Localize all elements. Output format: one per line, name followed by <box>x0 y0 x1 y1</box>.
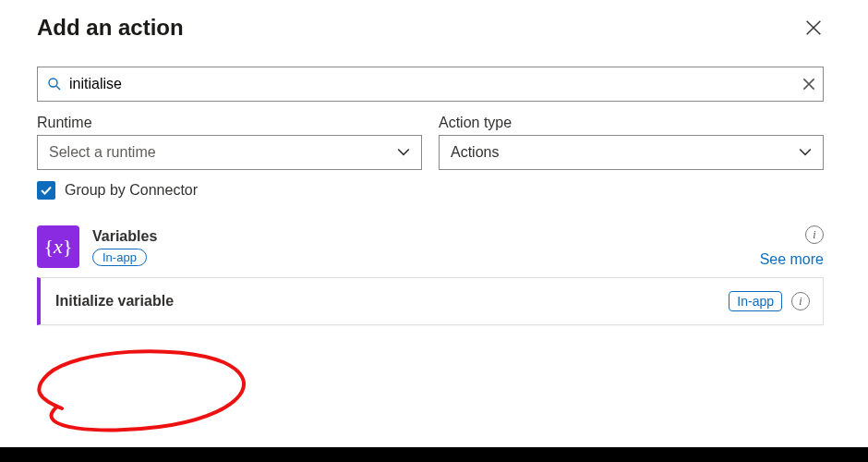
chevron-down-icon <box>397 146 410 159</box>
group-by-connector-checkbox[interactable] <box>37 181 55 200</box>
search-field[interactable] <box>37 67 824 102</box>
runtime-value: Select a runtime <box>49 144 156 161</box>
svg-point-0 <box>49 79 57 87</box>
actiontype-dropdown[interactable]: Actions <box>439 135 824 170</box>
checkmark-icon <box>40 184 53 197</box>
connector-name: Variables <box>92 228 157 245</box>
search-input[interactable] <box>62 76 801 92</box>
search-icon <box>47 77 62 91</box>
runtime-dropdown[interactable]: Select a runtime <box>37 135 422 170</box>
info-icon[interactable]: i <box>791 292 810 310</box>
connector-header-variables: {x} Variables In-app i See more <box>37 225 824 268</box>
runtime-label: Runtime <box>37 115 422 131</box>
action-initialize-variable[interactable]: Initialize variable In-app i <box>37 277 824 325</box>
close-button[interactable] <box>803 18 824 38</box>
svg-line-1 <box>56 86 60 90</box>
close-icon <box>803 18 824 38</box>
chevron-down-icon <box>799 146 812 159</box>
bottom-crop-bar <box>0 447 868 462</box>
variables-icon: {x} <box>37 225 79 268</box>
clear-search-button[interactable] <box>801 76 817 92</box>
connector-badge: In-app <box>92 249 147 266</box>
actiontype-value: Actions <box>451 144 499 161</box>
action-name: Initialize variable <box>55 293 174 310</box>
see-more-link[interactable]: See more <box>760 251 824 268</box>
add-action-panel: Add an action Runtime Select a runtime A… <box>9 0 851 447</box>
info-icon[interactable]: i <box>805 225 824 244</box>
group-by-connector-label: Group by Connector <box>65 182 198 199</box>
actiontype-label: Action type <box>439 115 824 131</box>
action-badge: In-app <box>729 291 782 311</box>
close-icon <box>801 76 817 92</box>
panel-title: Add an action <box>37 15 184 41</box>
